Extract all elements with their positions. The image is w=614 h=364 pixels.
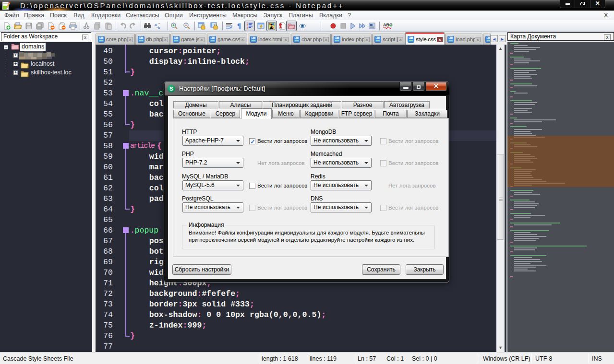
svg-text:a: a xyxy=(155,23,157,27)
